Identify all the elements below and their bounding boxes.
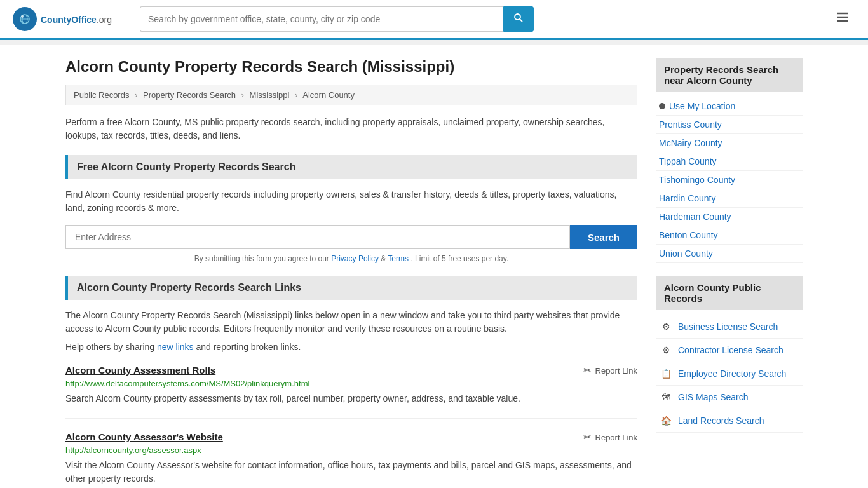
location-dot-icon <box>659 103 665 109</box>
address-search-input[interactable] <box>65 225 570 249</box>
sidebar-use-location[interactable]: Use My Location <box>656 97 803 116</box>
gear-icon-business: ⚙ <box>659 320 673 334</box>
logo-text: CountyOffice.org <box>41 13 112 26</box>
sidebar-item-prentiss[interactable]: Prentiss County <box>656 116 803 134</box>
link-url-2[interactable]: http://alcorncounty.org/assessor.aspx <box>65 445 637 455</box>
sidebar: Property Records Search near Alcorn Coun… <box>656 58 803 488</box>
header-accent-bar <box>0 40 868 45</box>
sidebar-nearby-title: Property Records Search near Alcorn Coun… <box>656 58 803 92</box>
breadcrumb: Public Records › Property Records Search… <box>65 85 637 105</box>
sidebar-gis-maps[interactable]: 🗺 GIS Maps Search <box>656 386 803 409</box>
svg-point-4 <box>21 15 24 18</box>
report-link-button-1[interactable]: ✂ Report Link <box>583 365 637 376</box>
svg-point-5 <box>515 14 520 20</box>
list-item: Alcorn County Assessor's Website ✂ Repor… <box>65 431 637 488</box>
sidebar-public-records-section: Alcorn County Public Records ⚙ Business … <box>656 276 803 433</box>
sidebar-item-hardin[interactable]: Hardin County <box>656 189 803 208</box>
breadcrumb-property-records[interactable]: Property Records Search <box>143 90 236 100</box>
svg-line-6 <box>520 19 522 22</box>
sidebar-item-tippah[interactable]: Tippah County <box>656 152 803 171</box>
list-item: Alcorn County Assessment Rolls ✂ Report … <box>65 365 637 419</box>
breadcrumb-alcorn-county[interactable]: Alcorn County <box>302 90 355 100</box>
global-search-container <box>140 6 534 32</box>
link-item-header-2: Alcorn County Assessor's Website ✂ Repor… <box>65 431 637 443</box>
sidebar-item-mcnairy[interactable]: McNairy County <box>656 134 803 152</box>
link-item-header: Alcorn County Assessment Rolls ✂ Report … <box>65 365 637 376</box>
breadcrumb-mississippi[interactable]: Mississippi <box>250 90 290 100</box>
sidebar-nearby-section: Property Records Search near Alcorn Coun… <box>656 58 803 263</box>
map-icon: 🗺 <box>659 390 673 404</box>
sidebar-item-benton[interactable]: Benton County <box>656 226 803 245</box>
logo-area: CountyOffice.org <box>13 7 127 31</box>
content-area: Alcorn County Property Records Search (M… <box>65 58 637 488</box>
link-url-1[interactable]: http://www.deltacomputersystems.com/MS/M… <box>65 379 637 388</box>
page-header: CountyOffice.org <box>0 0 868 40</box>
page-intro-text: Perform a free Alcorn County, MS public … <box>65 116 637 142</box>
link-title-2[interactable]: Alcorn County Assessor's Website <box>65 431 223 442</box>
sidebar-item-union[interactable]: Union County <box>656 245 803 263</box>
breadcrumb-sep-1: › <box>135 90 137 100</box>
breadcrumb-public-records[interactable]: Public Records <box>74 90 129 100</box>
address-search-form: Search <box>65 225 637 249</box>
links-list: Alcorn County Assessment Rolls ✂ Report … <box>65 365 637 488</box>
gear-icon-contractor: ⚙ <box>659 343 673 357</box>
page-title: Alcorn County Property Records Search (M… <box>65 58 637 76</box>
breadcrumb-sep-2: › <box>241 90 244 100</box>
free-search-description: Find Alcorn County residential property … <box>65 188 637 215</box>
land-icon: 🏠 <box>659 414 673 428</box>
sidebar-land-records[interactable]: 🏠 Land Records Search <box>656 409 803 433</box>
main-container: Alcorn County Property Records Search (M… <box>53 45 815 488</box>
share-links-text: Help others by sharing new links and rep… <box>65 342 637 352</box>
link-desc-2: Visit the Alcorn County Assessor's websi… <box>65 459 637 485</box>
hamburger-menu-icon[interactable] <box>830 7 855 31</box>
form-disclaimer: By submitting this form you agree to our… <box>65 254 637 263</box>
sidebar-business-license[interactable]: ⚙ Business License Search <box>656 315 803 339</box>
breadcrumb-sep-3: › <box>295 90 297 100</box>
directory-icon: 📋 <box>659 367 673 381</box>
report-icon-1: ✂ <box>583 365 592 376</box>
use-my-location-link[interactable]: Use My Location <box>669 101 735 111</box>
free-search-section-header: Free Alcorn County Property Records Sear… <box>65 155 637 179</box>
links-section-header: Alcorn County Property Records Search Li… <box>65 276 637 300</box>
sidebar-contractor-license[interactable]: ⚙ Contractor License Search <box>656 339 803 362</box>
logo-icon <box>13 7 37 31</box>
report-icon-2: ✂ <box>583 431 592 443</box>
privacy-policy-link[interactable]: Privacy Policy <box>331 254 379 263</box>
terms-link[interactable]: Terms <box>388 254 409 263</box>
sidebar-item-tishomingo[interactable]: Tishomingo County <box>656 171 803 189</box>
sidebar-public-records-title: Alcorn County Public Records <box>656 276 803 310</box>
sidebar-employee-directory[interactable]: 📋 Employee Directory Search <box>656 362 803 386</box>
link-title-1[interactable]: Alcorn County Assessment Rolls <box>65 365 215 376</box>
global-search-input[interactable] <box>140 6 503 32</box>
sidebar-item-hardeman[interactable]: Hardeman County <box>656 208 803 226</box>
report-link-button-2[interactable]: ✂ Report Link <box>583 431 637 443</box>
links-intro-text: The Alcorn County Property Records Searc… <box>65 309 637 336</box>
address-search-button[interactable]: Search <box>570 225 637 249</box>
global-search-button[interactable] <box>503 6 534 32</box>
link-desc-1: Search Alcorn County property assessment… <box>65 392 637 405</box>
new-links-link[interactable]: new links <box>157 342 194 352</box>
